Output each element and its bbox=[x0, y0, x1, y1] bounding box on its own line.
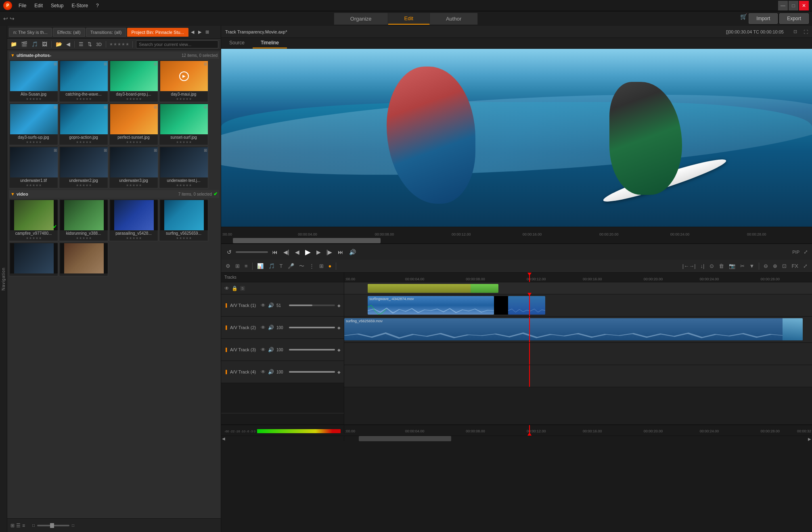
track-eye-4[interactable]: 👁 bbox=[261, 369, 266, 375]
menu-help[interactable]: ? bbox=[94, 2, 100, 9]
folder-ultimate-photos[interactable]: ▼ ultimate-photos- 12 items, 0 selected bbox=[9, 52, 219, 59]
thumb-day3-surfs-up[interactable]: ⊞ day3-surfs-up.jpg ★★★★★ bbox=[9, 103, 58, 145]
folder-nav-icon[interactable]: 📂 bbox=[55, 40, 63, 48]
tt-camera-icon[interactable]: 📷 bbox=[728, 262, 737, 270]
track-vol-slider-4[interactable] bbox=[289, 371, 335, 373]
clip-olive[interactable] bbox=[368, 284, 471, 293]
tt-detect-icon[interactable]: ⊙ bbox=[708, 262, 715, 270]
track-eye-3[interactable]: 👁 bbox=[261, 347, 266, 353]
track-keyframe-3[interactable]: ◆ bbox=[337, 348, 341, 352]
image-icon[interactable]: 🖼 bbox=[41, 40, 48, 48]
nav-organize[interactable]: Organize bbox=[334, 13, 388, 25]
loop-button[interactable]: ↺ bbox=[225, 248, 233, 256]
thumb-alix-susan[interactable]: ⊞ Alix-Susan.jpg ★★★★★ bbox=[9, 60, 58, 102]
nav-author[interactable]: Author bbox=[430, 13, 478, 25]
track-mute-4[interactable]: 🔊 bbox=[268, 369, 274, 375]
tt-fit-icon[interactable]: ⊡ bbox=[781, 262, 788, 270]
thumb-day3-maui[interactable]: ▶ ⊞ day3-maui.jpg ★★★★★ bbox=[159, 60, 208, 102]
back-icon[interactable]: ◀ bbox=[65, 40, 71, 48]
thumb-surfing[interactable]: surfing_v5625659... ★★★★★ bbox=[159, 199, 208, 241]
tab-prev-arrow[interactable]: ◀ bbox=[189, 29, 196, 35]
step-back-button[interactable]: ◀| bbox=[282, 248, 291, 256]
clip-blue-right[interactable] bbox=[508, 296, 546, 315]
tt-snap-icon[interactable]: ⊞ bbox=[234, 262, 241, 270]
sort-icon[interactable]: ⇅ bbox=[87, 40, 93, 48]
volume-slider[interactable] bbox=[236, 251, 268, 253]
music-icon[interactable]: 🎵 bbox=[31, 40, 39, 48]
track-keyframe-2[interactable]: ◆ bbox=[337, 325, 341, 330]
file-browser[interactable]: ▼ ultimate-photos- 12 items, 0 selected … bbox=[7, 50, 221, 518]
tt-expand-icon[interactable]: ⤢ bbox=[802, 262, 809, 270]
detail-view-icon[interactable]: ≡ bbox=[22, 523, 25, 528]
undo-button[interactable]: ↩ bbox=[3, 15, 8, 22]
skip-start-button[interactable]: ⏮ bbox=[270, 248, 279, 256]
timeline-scrollbar[interactable]: ◀ ▶ bbox=[221, 436, 812, 441]
menu-file[interactable]: File bbox=[17, 2, 28, 9]
thumb-parasailing[interactable]: parasailing_v5428... ★★★★★ bbox=[109, 199, 158, 241]
menu-edit[interactable]: Edit bbox=[33, 2, 44, 9]
tt-zoom-in-icon[interactable]: ⊕ bbox=[772, 262, 779, 270]
thumb-kidsrunning[interactable]: kidsrunning_v388... ★★★★★ bbox=[59, 199, 108, 241]
tab-pin-arrow[interactable]: ⊞ bbox=[204, 29, 211, 35]
next-frame-button[interactable]: ▶ bbox=[315, 248, 322, 256]
thumb-catching-wave[interactable]: ⊞ catching-the-wave... ★★★★★ bbox=[59, 60, 108, 102]
thumb-video5[interactable] bbox=[9, 242, 58, 276]
clip-black[interactable] bbox=[494, 296, 508, 315]
tt-orange-icon[interactable]: ● bbox=[327, 262, 333, 270]
track-vol-slider-2[interactable] bbox=[289, 327, 335, 328]
tt-title-icon[interactable]: T bbox=[278, 262, 284, 270]
tt-wave-icon[interactable]: 〜 bbox=[298, 262, 306, 271]
import-button[interactable]: Import bbox=[749, 13, 778, 24]
tt-mic-icon[interactable]: 🎤 bbox=[287, 262, 295, 270]
track-keyframe-1[interactable]: ◆ bbox=[337, 303, 341, 308]
redo-button[interactable]: ↪ bbox=[10, 15, 15, 22]
grid-view-icon[interactable]: ⊞ bbox=[10, 523, 15, 528]
tab-timeline[interactable]: Timeline bbox=[253, 38, 287, 48]
skip-end-button[interactable]: ⏭ bbox=[336, 248, 345, 256]
track-keyframe-4[interactable]: ◆ bbox=[337, 370, 341, 374]
clip-surfing-v2[interactable]: surfing_v5625659.mov bbox=[344, 318, 803, 340]
expand-preview-icon[interactable]: ⊡ bbox=[793, 29, 797, 34]
thumb-underwater-test[interactable]: ⊞ underwater-test.j... ★★★★★ bbox=[159, 146, 208, 188]
clip-surfingwave[interactable]: surfingwave_-4342874.mov bbox=[368, 296, 494, 315]
track-vol-slider-3[interactable] bbox=[289, 349, 335, 350]
track-eye-1[interactable]: 👁 bbox=[261, 303, 266, 308]
close-button[interactable]: ✕ bbox=[799, 1, 809, 10]
track-mute-2[interactable]: 🔊 bbox=[268, 325, 274, 330]
minimize-button[interactable]: — bbox=[778, 1, 788, 10]
nav-edit[interactable]: Edit bbox=[388, 13, 430, 25]
thumb-underwater1[interactable]: ⊞ underwater1.tif ★★★★★ bbox=[9, 146, 58, 188]
track-lock-0[interactable]: 🔒 bbox=[232, 286, 238, 291]
play-button[interactable]: ▶ bbox=[303, 247, 312, 257]
tt-delete-icon[interactable]: 🗑 bbox=[718, 262, 725, 270]
export-button[interactable]: Export bbox=[779, 13, 809, 24]
folder-icon[interactable]: 📁 bbox=[10, 40, 18, 48]
tt-more-icon[interactable]: ▼ bbox=[748, 262, 756, 270]
tt-settings-icon[interactable]: ⚙ bbox=[224, 262, 232, 270]
maximize-button[interactable]: □ bbox=[789, 1, 798, 10]
prev-frame-button[interactable]: ◀ bbox=[293, 248, 301, 256]
tt-trim-icon[interactable]: |←→| bbox=[681, 262, 697, 270]
track-mute-1[interactable]: 🔊 bbox=[268, 303, 274, 308]
tab-transitions[interactable]: Transitions: (all) bbox=[86, 28, 126, 37]
track-eye-0[interactable]: 👁 bbox=[224, 286, 229, 291]
tt-fx-icon[interactable]: FX bbox=[790, 262, 799, 270]
track-mute-3[interactable]: 🔊 bbox=[268, 347, 274, 353]
thumb-underwater3[interactable]: ⊞ underwater3.jpg ★★★★★ bbox=[109, 146, 158, 188]
tt-split2-icon[interactable]: ✂ bbox=[739, 262, 746, 270]
track-eye-2[interactable]: 👁 bbox=[261, 325, 266, 330]
rating-filter[interactable]: ★★★★★ bbox=[109, 42, 129, 46]
folder-video[interactable]: ▼ video 7 items, 0 selected ✔ bbox=[9, 190, 219, 198]
list-view-icon[interactable]: ☰ bbox=[16, 523, 21, 528]
track-vol-slider-1[interactable] bbox=[289, 305, 335, 306]
tt-audio-icon[interactable]: 🎵 bbox=[267, 262, 276, 270]
expand-icon[interactable]: ⤢ bbox=[804, 249, 808, 255]
thumb-day3-board-prep[interactable]: ⊞ day3-board-prep.j... ★★★★★ bbox=[109, 60, 158, 102]
thumb-gopro-action[interactable]: ⊞ gopro-action.jpg ★★★★★ bbox=[59, 103, 108, 145]
step-forward-button[interactable]: |▶ bbox=[325, 248, 334, 256]
menu-estore[interactable]: E-Store bbox=[70, 2, 90, 9]
thumb-size-slider[interactable] bbox=[37, 525, 69, 526]
video-icon[interactable]: 🎬 bbox=[20, 40, 28, 48]
tt-group-icon[interactable]: ≡ bbox=[243, 262, 249, 270]
tt-grid-icon[interactable]: ⊞ bbox=[318, 262, 325, 270]
